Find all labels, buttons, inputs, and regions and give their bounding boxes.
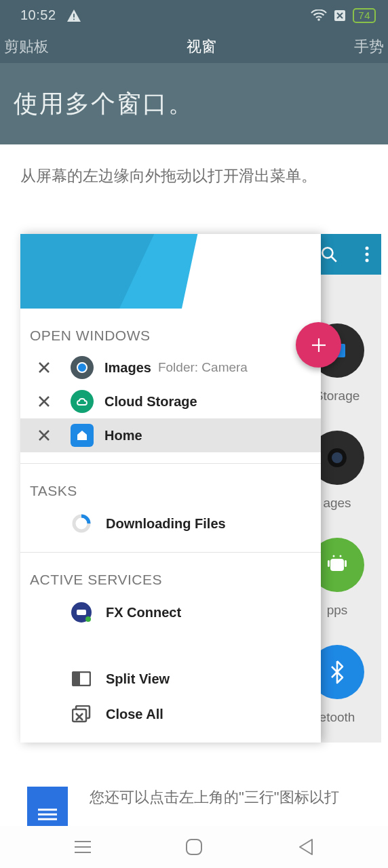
svg-rect-23	[77, 610, 86, 615]
sim-icon	[334, 9, 346, 22]
fx-logo: fx	[284, 267, 311, 309]
spinner-icon	[71, 513, 92, 534]
close-all-icon	[71, 703, 92, 725]
hamburger-icon	[27, 787, 68, 826]
tasks-title: TASKS	[20, 464, 321, 506]
slide-out-drawer: fx OPEN WINDOWS Images Folder: Camera Cl…	[20, 234, 321, 743]
camera-icon	[71, 356, 94, 379]
svg-point-6	[366, 247, 369, 250]
close-all-label: Close All	[106, 707, 163, 722]
tab-windows[interactable]: 视窗	[187, 37, 216, 57]
svg-rect-26	[73, 672, 80, 686]
status-bar: 10:52 74	[0, 0, 388, 31]
svg-rect-28	[73, 709, 86, 722]
window-sublabel: Folder: Camera	[158, 360, 248, 375]
svg-point-4	[322, 248, 332, 258]
service-row-fxconnect[interactable]: FX Connect	[20, 595, 321, 630]
task-row-downloading[interactable]: Downloading Files	[20, 506, 321, 541]
svg-rect-0	[73, 14, 75, 17]
close-all-button[interactable]: Close All	[20, 696, 321, 732]
svg-rect-15	[328, 560, 330, 567]
grid-item-label: pps	[327, 603, 348, 618]
home-button[interactable]	[182, 835, 206, 859]
split-view-icon	[71, 668, 92, 690]
svg-point-24	[85, 616, 91, 622]
battery-indicator: 74	[353, 8, 376, 23]
drawer-header: fx	[20, 234, 321, 309]
search-icon[interactable]	[320, 245, 338, 263]
cloud-icon	[71, 390, 94, 413]
fab-add-button[interactable]	[296, 322, 341, 368]
split-view-label: Split View	[106, 671, 170, 687]
active-services-title: ACTIVE SERVICES	[20, 553, 321, 595]
hero-title: 使用多个窗口。	[14, 87, 194, 121]
svg-point-14	[340, 555, 342, 557]
svg-point-7	[366, 253, 369, 256]
task-label: Downloading Files	[106, 516, 226, 532]
window-row-home[interactable]: Home	[20, 418, 321, 452]
window-row-cloud[interactable]: Cloud Storage	[20, 384, 321, 418]
recents-button[interactable]	[71, 835, 94, 859]
hint-text: 您还可以点击左上角的"三行"图标以打	[90, 787, 339, 826]
status-time: 10:52	[20, 7, 56, 23]
tab-gestures[interactable]: 手势	[354, 37, 384, 57]
grid-item-label: ages	[323, 496, 351, 511]
svg-point-2	[318, 18, 321, 21]
window-label: Cloud Storage	[104, 394, 197, 410]
svg-point-13	[333, 555, 335, 557]
overflow-menu-icon[interactable]	[365, 246, 369, 262]
svg-rect-12	[330, 559, 344, 571]
hero-banner: 使用多个窗口。	[0, 63, 388, 144]
grid-item-label: etooth	[319, 710, 355, 725]
window-label: Home	[104, 428, 142, 443]
close-icon[interactable]	[31, 355, 57, 380]
back-button[interactable]	[294, 835, 317, 859]
svg-rect-16	[345, 560, 347, 567]
hint-block: 您还可以点击左上角的"三行"图标以打	[27, 787, 368, 826]
svg-rect-1	[73, 18, 75, 20]
warning-icon	[66, 9, 81, 22]
grid-item-label: Storage	[315, 389, 360, 403]
svg-point-8	[366, 259, 369, 262]
tab-clipboard[interactable]: 剪贴板	[4, 37, 49, 57]
close-icon[interactable]	[31, 389, 57, 414]
preview-screenshot: Storage ages pps etooth	[20, 234, 381, 743]
tutorial-tab-bar: 剪贴板 视窗 手势	[0, 31, 388, 63]
fx-connect-icon	[71, 601, 92, 623]
service-label: FX Connect	[106, 605, 181, 620]
wifi-icon	[311, 9, 327, 22]
open-windows-title: OPEN WINDOWS	[20, 309, 321, 351]
svg-point-11	[332, 452, 343, 463]
window-label: Images	[104, 360, 151, 376]
svg-rect-35	[187, 840, 201, 854]
system-nav-bar	[0, 826, 388, 868]
window-row-images[interactable]: Images Folder: Camera	[20, 351, 321, 384]
home-icon	[71, 424, 94, 447]
split-view-button[interactable]: Split View	[20, 661, 321, 696]
intro-text: 从屏幕的左边缘向外拖动以打开滑出菜单。	[20, 165, 368, 186]
svg-line-5	[331, 256, 336, 262]
close-icon[interactable]	[31, 422, 57, 448]
